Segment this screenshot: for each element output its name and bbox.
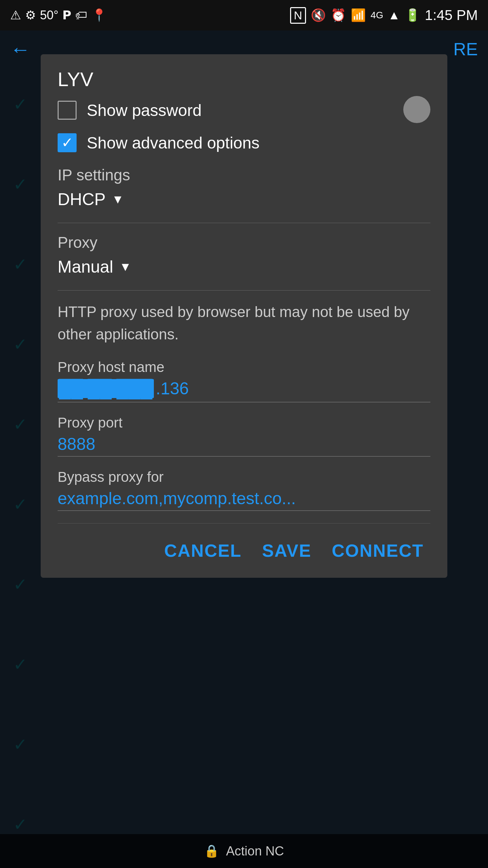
lock-icon: 🔒: [204, 844, 219, 858]
back-button[interactable]: ←: [10, 38, 30, 61]
status-bar-right: N 🔇 ⏰ 📶 4G ▲ 🔋 1:45 PM: [290, 7, 478, 24]
dhcp-value: DHCP: [58, 190, 106, 209]
proxy-port-underline: [58, 456, 430, 457]
proxy-port-value[interactable]: 8888: [58, 434, 430, 454]
proxy-dropdown-arrow: ▼: [119, 260, 131, 274]
settings-icon: ⚙: [25, 8, 36, 22]
nfc-icon: N: [290, 7, 306, 24]
bottom-bar: 🔒 Action NC: [0, 834, 488, 868]
proxy-value: Manual: [58, 257, 113, 277]
proxy-section-label: Proxy: [58, 233, 430, 252]
proxy-info-text: HTTP proxy used by browser but may not b…: [58, 301, 430, 346]
toggle-button[interactable]: [403, 96, 430, 123]
show-password-row[interactable]: Show password: [58, 101, 430, 120]
alarm-icon: ⏰: [331, 8, 346, 22]
top-bar-title-suffix: RE: [453, 39, 478, 59]
warning-icon: ⚠: [10, 8, 21, 22]
signal-icon: ▲: [388, 8, 400, 22]
dialog-panel: LYV Show password ✓ Show advanced option…: [41, 54, 447, 578]
tag-icon: 🏷: [75, 8, 87, 22]
proxy-host-blurred: ██.██.███: [58, 379, 154, 398]
bypass-proxy-label: Bypass proxy for: [58, 469, 430, 485]
checkmark-icon: ✓: [61, 136, 73, 150]
ip-settings-label: IP settings: [58, 166, 430, 184]
network-name: LYV: [58, 68, 430, 91]
bypass-proxy-underline: [58, 510, 430, 511]
data-4g-icon: 4G: [371, 10, 383, 21]
ip-settings-dropdown[interactable]: DHCP ▼: [58, 190, 430, 209]
divider-1: [58, 223, 430, 223]
button-row: CANCEL SAVE CONNECT: [58, 523, 430, 578]
show-password-label: Show password: [87, 101, 202, 120]
bypass-proxy-value[interactable]: example.com,mycomp.test.co...: [58, 489, 430, 508]
connect-button[interactable]: CONNECT: [332, 540, 424, 561]
cancel-button[interactable]: CANCEL: [164, 540, 242, 561]
proxy-host-underline: [58, 402, 430, 402]
show-advanced-options-row[interactable]: ✓ Show advanced options: [58, 133, 430, 152]
status-bar: ⚠ ⚙ 50° 𝗣 🏷 📍 N 🔇 ⏰ 📶 4G ▲ 🔋 1:45 PM: [0, 0, 488, 31]
battery-icon: 🔋: [405, 8, 420, 22]
proxy-port-label: Proxy port: [58, 415, 430, 431]
map-icon: 📍: [92, 8, 107, 22]
mute-icon: 🔇: [311, 8, 326, 22]
dhcp-dropdown-arrow: ▼: [112, 192, 124, 206]
show-advanced-options-label: Show advanced options: [87, 134, 260, 152]
proxy-dropdown[interactable]: Manual ▼: [58, 257, 430, 277]
show-advanced-options-checkbox[interactable]: ✓: [58, 133, 77, 152]
wifi-icon: 📶: [351, 8, 366, 22]
status-bar-left: ⚠ ⚙ 50° 𝗣 🏷 📍: [10, 8, 107, 22]
status-time: 1:45 PM: [425, 7, 478, 23]
proxy-host-visible: .136: [156, 379, 189, 398]
proxy-host-value[interactable]: ██.██.███.136: [58, 379, 430, 398]
divider-2: [58, 290, 430, 291]
pinterest-icon: 𝗣: [62, 8, 71, 22]
save-button[interactable]: SAVE: [262, 540, 311, 561]
show-password-checkbox[interactable]: [58, 101, 77, 120]
action-nc-label: Action NC: [226, 844, 284, 859]
proxy-host-label: Proxy host name: [58, 359, 430, 375]
temperature: 50°: [40, 8, 58, 22]
